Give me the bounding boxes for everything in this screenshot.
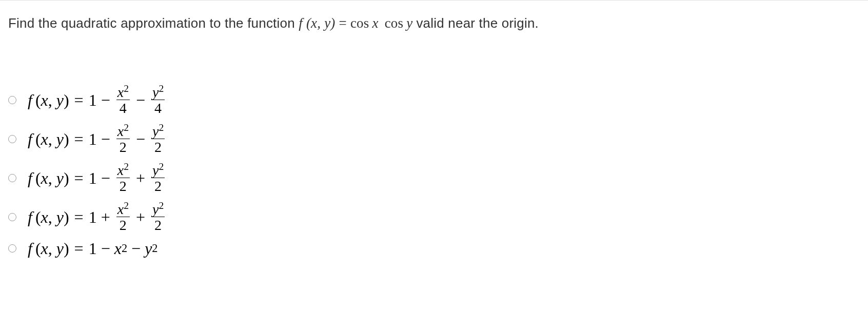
option-3-expr: f(x, y) = 1 − x2 2 + y2 2: [28, 163, 167, 193]
radio-icon[interactable]: [8, 135, 16, 143]
options-group: f(x, y) = 1 − x2 4 − y2 4 f(x, y) =: [0, 34, 868, 258]
question-text: Find the quadratic approximation to the …: [0, 9, 868, 34]
option-2[interactable]: f(x, y) = 1 − x2 2 − y2 2: [8, 124, 860, 154]
radio-icon[interactable]: [8, 244, 16, 253]
option-4[interactable]: f(x, y) = 1 + x2 2 + y2 2: [8, 202, 860, 232]
question-func: f (x, y) = cosxcosy: [299, 15, 416, 31]
option-5-expr: f(x, y) = 1 − x2 − y2: [28, 239, 158, 258]
option-3[interactable]: f(x, y) = 1 − x2 2 + y2 2: [8, 163, 860, 193]
option-5[interactable]: f(x, y) = 1 − x2 − y2: [8, 239, 860, 258]
option-1-expr: f(x, y) = 1 − x2 4 − y2 4: [28, 85, 167, 115]
option-4-expr: f(x, y) = 1 + x2 2 + y2 2: [28, 202, 167, 232]
question-container: Find the quadratic approximation to the …: [0, 0, 868, 258]
radio-icon[interactable]: [8, 213, 16, 221]
question-pre: Find the quadratic approximation to the …: [8, 15, 299, 31]
option-2-expr: f(x, y) = 1 − x2 2 − y2 2: [28, 124, 167, 154]
option-1[interactable]: f(x, y) = 1 − x2 4 − y2 4: [8, 85, 860, 115]
question-post: valid near the origin.: [416, 15, 539, 31]
radio-icon[interactable]: [8, 96, 16, 104]
radio-icon[interactable]: [8, 174, 16, 182]
